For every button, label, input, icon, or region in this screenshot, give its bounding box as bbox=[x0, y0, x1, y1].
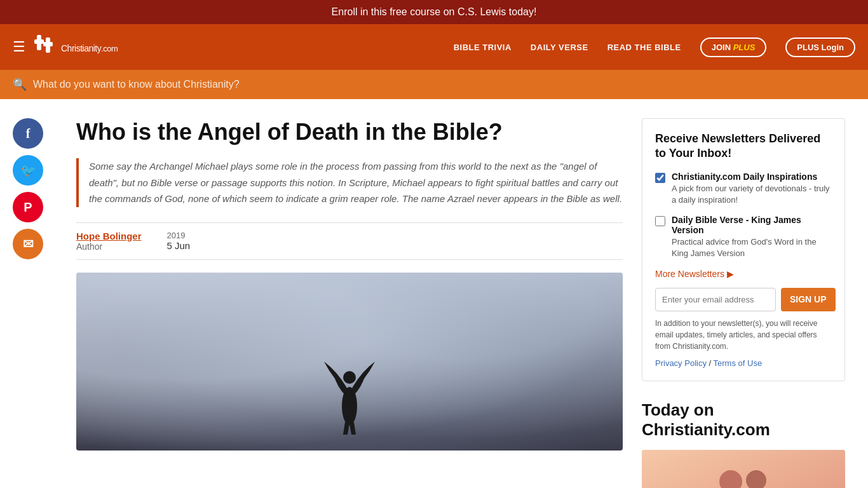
twitter-icon: 🐦 bbox=[20, 163, 36, 178]
article-title: Who is the Angel of Death in the Bible? bbox=[76, 118, 623, 146]
twitter-share-button[interactable]: 🐦 bbox=[13, 155, 43, 186]
social-sidebar: f 🐦 P ✉ bbox=[13, 118, 43, 259]
newsletter-box: Receive Newsletters Delivered to Your In… bbox=[642, 118, 845, 381]
email-share-button[interactable]: ✉ bbox=[13, 229, 43, 259]
svg-rect-3 bbox=[43, 42, 53, 46]
terms-of-use-link[interactable]: Terms of Use bbox=[714, 358, 763, 368]
join-plus-button[interactable]: JOIN PLUS bbox=[700, 37, 767, 57]
privacy-policy-link[interactable]: Privacy Policy bbox=[655, 358, 707, 368]
pinterest-share-button[interactable]: P bbox=[13, 192, 43, 222]
newsletter-disclaimer: In addition to your newsletter(s), you w… bbox=[655, 318, 832, 352]
logo[interactable]: Christianity.com bbox=[34, 35, 118, 59]
main-content: f 🐦 P ✉ Who is the Angel of Death in the… bbox=[0, 99, 868, 488]
facebook-icon: f bbox=[26, 126, 31, 141]
crosses-icon bbox=[34, 35, 57, 59]
search-input[interactable] bbox=[33, 79, 855, 90]
pinterest-icon: P bbox=[24, 200, 32, 215]
today-image-svg bbox=[642, 450, 845, 488]
right-sidebar: Receive Newsletters Delivered to Your In… bbox=[642, 118, 845, 488]
newsletter-checkbox-2[interactable] bbox=[655, 216, 665, 226]
article-section: Who is the Angel of Death in the Bible? … bbox=[76, 118, 623, 488]
navbar: ☰ Christianity.com bbox=[0, 24, 868, 70]
article-role: Author bbox=[76, 241, 142, 252]
more-newsletters-link[interactable]: More Newsletters ▶ bbox=[655, 269, 832, 279]
article-author-block: Hope Bolinger Author bbox=[76, 231, 142, 252]
article-image bbox=[76, 273, 623, 451]
newsletter-label-2-title: Daily Bible Verse - King James Version bbox=[672, 215, 832, 235]
article-year: 2019 bbox=[167, 231, 191, 240]
newsletter-option-1: Christianity.com Daily Inspirations A pi… bbox=[655, 172, 832, 206]
newsletter-links: Privacy Policy / Terms of Use bbox=[655, 358, 832, 368]
banner-text: Enroll in this free course on C.S. Lewis… bbox=[332, 6, 537, 17]
today-section: Today on Christianity.com bbox=[642, 400, 845, 488]
newsletter-label-2-desc: Practical advice from God's Word in the … bbox=[672, 236, 832, 259]
nav-links: BIBLE TRIVIA DAILY VERSE READ THE BIBLE … bbox=[454, 37, 855, 57]
svg-rect-6 bbox=[642, 450, 845, 488]
search-icon: 🔍 bbox=[13, 78, 27, 92]
facebook-share-button[interactable]: f bbox=[13, 118, 43, 149]
email-signup-row: SIGN UP bbox=[655, 288, 832, 311]
article-day-month: 5 Jun bbox=[167, 240, 191, 251]
plus-login-button[interactable]: PLUS Login bbox=[785, 37, 855, 57]
newsletter-label-1-desc: A pick from our variety of devotionals -… bbox=[672, 183, 832, 206]
logo-text: Christianity.com bbox=[61, 39, 118, 55]
signup-button[interactable]: SIGN UP bbox=[781, 288, 836, 311]
nav-left: ☰ Christianity.com bbox=[13, 35, 118, 59]
today-image[interactable] bbox=[642, 450, 845, 488]
article-author[interactable]: Hope Bolinger bbox=[76, 231, 142, 241]
article-meta: Hope Bolinger Author 2019 5 Jun bbox=[76, 222, 623, 260]
nav-link-daily-verse[interactable]: DAILY VERSE bbox=[531, 43, 588, 52]
email-icon: ✉ bbox=[23, 236, 34, 252]
svg-point-5 bbox=[343, 371, 356, 384]
article-quote-text: Some say the Archangel Michael plays som… bbox=[89, 158, 623, 207]
newsletter-label-1-title: Christianity.com Daily Inspirations bbox=[672, 172, 832, 182]
svg-rect-1 bbox=[34, 39, 44, 44]
nav-link-bible-trivia[interactable]: BIBLE TRIVIA bbox=[454, 43, 512, 52]
newsletter-title: Receive Newsletters Delivered to Your In… bbox=[655, 132, 832, 161]
angel-silhouette-icon bbox=[321, 323, 378, 438]
logo-cross-icon bbox=[34, 35, 57, 59]
nav-link-read-bible[interactable]: READ THE BIBLE bbox=[607, 43, 681, 52]
top-banner[interactable]: Enroll in this free course on C.S. Lewis… bbox=[0, 0, 868, 24]
newsletter-option-2: Daily Bible Verse - King James Version P… bbox=[655, 215, 832, 259]
hamburger-icon[interactable]: ☰ bbox=[13, 39, 25, 55]
article-quote: Some say the Archangel Michael plays som… bbox=[76, 158, 623, 207]
article-date: 2019 5 Jun bbox=[167, 231, 191, 252]
search-bar: 🔍 bbox=[0, 70, 868, 99]
newsletter-checkbox-1[interactable] bbox=[655, 173, 665, 183]
today-title: Today on Christianity.com bbox=[642, 400, 845, 440]
email-input[interactable] bbox=[655, 288, 776, 311]
